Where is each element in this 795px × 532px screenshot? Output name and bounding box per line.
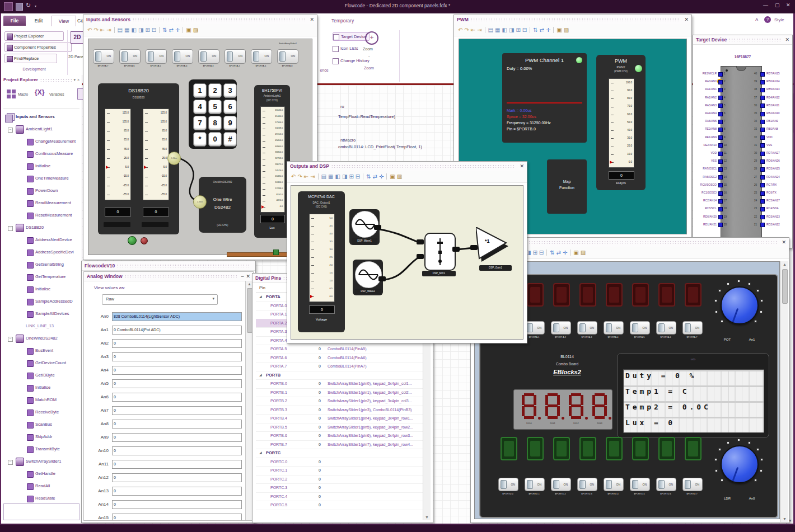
tree-item[interactable]: PowerDown	[2, 185, 81, 197]
close-icon[interactable]: ✕	[246, 274, 250, 279]
toggle-switch[interactable]: ON	[577, 478, 597, 491]
tool-icon[interactable]: ↶	[458, 27, 462, 33]
ribbon-collapse-icon[interactable]: ^	[755, 17, 758, 23]
tool-icon[interactable]: ▨	[193, 27, 198, 33]
tool-icon[interactable]: ◨	[138, 27, 143, 33]
view-option-change-history[interactable]: Change History	[333, 57, 370, 64]
zoom-icon[interactable]: +	[365, 31, 378, 45]
tool-icon[interactable]: ⊟	[356, 173, 360, 180]
map-function-block[interactable]: Map Function	[547, 159, 587, 214]
tool-icon[interactable]: ⇅	[162, 27, 167, 33]
tree-item[interactable]: –SwitchArraySlider1	[2, 455, 81, 468]
analog-value-field[interactable]: 0 ComboBL0114(Pot ADC)	[112, 326, 242, 335]
minimize-button[interactable]: —	[763, 2, 768, 8]
scroll-down-icon[interactable]: ▼	[781, 517, 788, 521]
find-replace-button[interactable]: Find/Replace	[4, 54, 57, 63]
toggle-switch[interactable]: ON	[604, 478, 624, 491]
panel-menu-icon[interactable]: ▾	[73, 78, 76, 82]
tree-item[interactable]: ChangeMeasurement	[2, 135, 81, 148]
tree-expander[interactable]: ◢	[259, 371, 262, 380]
digital-pin-row[interactable]: PORTA.70ComboBL0114(PinA7)	[256, 362, 423, 371]
tool-icon[interactable]: ⊟	[539, 249, 544, 256]
digital-pin-row[interactable]: PORTB.30SwitchArraySlider1(pin3), ComboB…	[256, 406, 423, 415]
tool-icon[interactable]: ◧	[131, 27, 136, 33]
maximize-button[interactable]: ▢	[775, 2, 780, 8]
tool-icon[interactable]: ▦	[495, 27, 500, 33]
tool-icon[interactable]: ✛	[546, 27, 550, 33]
outputs-panel-canvas[interactable]: MCP47x6 DAC DAC_Output1 (I2C CH1) 5.04.5…	[291, 185, 523, 340]
tree-item[interactable]: ReadMeasurement	[2, 197, 81, 209]
scroll-up-icon[interactable]: ▲	[781, 262, 788, 266]
tree-item[interactable]: AddressSpecificDevi	[2, 246, 81, 258]
pwm-window-titlebar[interactable]: PWM ✕	[454, 15, 691, 25]
tree-expander[interactable]: ◢	[259, 449, 262, 458]
tool-icon[interactable]: ▤	[118, 27, 123, 33]
tree-item[interactable]: SampleAllDevices	[2, 308, 81, 320]
tool-icon[interactable]: ⊞	[516, 27, 520, 33]
undo-icon[interactable]: ↻	[26, 2, 31, 9]
tool-icon[interactable]: ⊞	[145, 27, 149, 33]
tool-icon[interactable]: ▤	[321, 173, 326, 180]
tab-view[interactable]: View	[52, 16, 76, 26]
tool-icon[interactable]: ▣	[573, 249, 578, 256]
tree-item[interactable]: ScanBus	[2, 418, 81, 431]
tool-icon[interactable]: ⇅	[366, 173, 371, 180]
tree-expander[interactable]: –	[8, 128, 13, 133]
toggle-switch[interactable]: ON	[498, 478, 518, 491]
knob-dial[interactable]	[721, 286, 759, 324]
help-icon[interactable]: ?	[764, 16, 771, 23]
tree-item[interactable]: ContinuousMeasure	[2, 148, 81, 160]
tool-icon[interactable]: ✛	[379, 173, 384, 180]
scroll-thumb[interactable]	[782, 269, 788, 304]
dsp-mixer-block[interactable]	[424, 233, 456, 271]
style-button[interactable]: Style	[774, 17, 784, 22]
group-titlebar[interactable]: FlowcodeV10	[82, 261, 255, 271]
tree-item[interactable]: SkipAddr	[2, 431, 81, 443]
tree-item[interactable]: GetTemperature	[2, 271, 81, 283]
tree-item[interactable]: Initialise	[2, 160, 81, 172]
digital-pin-row[interactable]: ◢PORTC	[256, 449, 423, 458]
checkbox-icon[interactable]	[333, 46, 339, 52]
tree-item[interactable]: ResetMeasurement	[2, 209, 81, 222]
variables-icon[interactable]: {X}	[35, 88, 44, 96]
tool-icon[interactable]: ↷	[297, 173, 302, 180]
zoom-minus[interactable]: -	[368, 54, 370, 58]
tool-icon[interactable]: ▣	[186, 27, 191, 33]
onewire-node[interactable]: 1-Wire	[167, 152, 181, 165]
toggle-switch[interactable]: ON	[682, 478, 703, 491]
tree-item[interactable]: GetIDByte	[2, 369, 81, 382]
analog-value-field[interactable]: 0	[112, 339, 242, 348]
tool-icon[interactable]: ⇥	[310, 173, 315, 180]
checkbox-icon[interactable]	[333, 34, 339, 40]
tree-item[interactable]: Inputs and Sensors	[2, 111, 81, 123]
project-explorer-button[interactable]: Project Explorer	[4, 31, 64, 41]
analog-value-field[interactable]: 0	[112, 379, 242, 388]
tree-item[interactable]: –OneWireDS2482	[2, 332, 81, 345]
pwm-duty-slider[interactable]: 100.090.080.070.060.050.040.030.020.010.…	[609, 78, 634, 168]
tree-item[interactable]: GetHandle	[2, 468, 81, 480]
target-window-titlebar[interactable]: Target Device ✕	[693, 35, 792, 45]
save-icon[interactable]	[16, 3, 23, 11]
analog-value-field[interactable]: 0	[112, 460, 242, 469]
checkbox-icon[interactable]	[333, 58, 339, 64]
tool-icon[interactable]: ▤	[488, 27, 493, 33]
ldr-knob[interactable]: LDRAn0	[713, 437, 766, 511]
close-button[interactable]: ✕	[786, 2, 791, 8]
tool-icon[interactable]: ✛	[175, 27, 180, 33]
tool-icon[interactable]: ▦	[124, 27, 129, 33]
digital-pin-row[interactable]: PORTB.40SwitchArraySlider1(pin4), keypad…	[256, 414, 423, 423]
toggle-switch[interactable]: ON	[682, 321, 703, 335]
analog-value-field[interactable]: 0	[112, 406, 242, 415]
zoom-dropdown-label[interactable]: Zoom	[363, 47, 373, 51]
tool-icon[interactable]: ▨	[564, 27, 569, 33]
view-values-dropdown[interactable]: Raw ▾	[102, 294, 218, 305]
digital-pin-row[interactable]: PORTC.30	[256, 483, 423, 493]
tool-icon[interactable]: ▨	[397, 173, 402, 180]
tab-file[interactable]: File	[3, 16, 26, 26]
tree-item[interactable]: ReadAll	[2, 480, 81, 492]
tool-icon[interactable]: ⇄	[373, 173, 377, 180]
tool-icon[interactable]: ⊟	[152, 27, 156, 33]
tree-item[interactable]: SampleAddressedD	[2, 295, 81, 308]
tool-icon[interactable]: ⇄	[540, 27, 544, 33]
tool-icon[interactable]: ⊟	[522, 27, 527, 33]
